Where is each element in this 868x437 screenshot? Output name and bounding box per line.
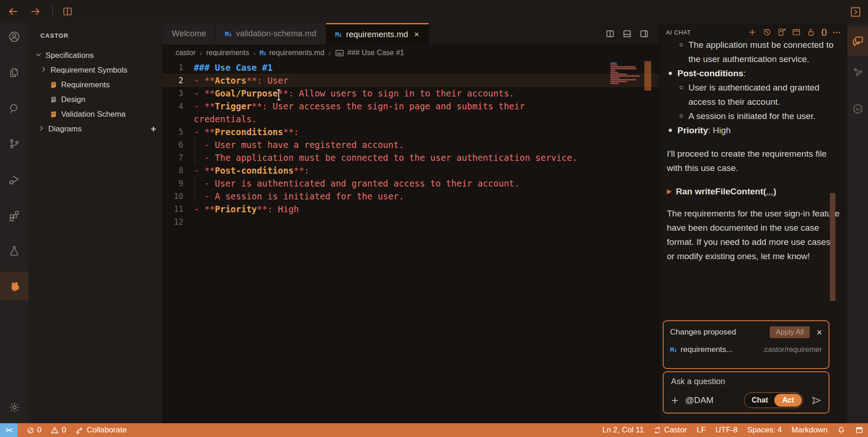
status-collaborate[interactable]: Collaborate [75,426,127,435]
breadcrumb: .castor›requirements›M↓requirements.md›a… [163,45,659,61]
code-line-1[interactable]: 1### Use Case #1 [163,61,659,74]
plus-icon[interactable] [748,28,757,37]
chat-input[interactable] [670,376,824,387]
activity-item-source-control[interactable] [0,132,28,156]
act-mode-label[interactable]: Act [774,394,802,407]
status-utf-8[interactable]: UTF-8 [716,426,738,435]
line-number: 3 [163,87,188,100]
close-changes-icon[interactable]: × [817,327,822,338]
castor-icon [7,279,21,293]
panel-toggle-icon[interactable] [850,6,862,18]
breadcrumb-item[interactable]: abc### Use Case #1 [335,49,404,57]
tab-validation-schema-md[interactable]: M↓validation-schema.md [216,23,326,45]
code-line-12[interactable]: 12 [163,216,659,228]
code-line-10[interactable]: 10 - A session is initiated for the user… [163,190,659,203]
line-number: 4 [163,100,188,113]
add-diagram-button[interactable]: + [151,124,156,135]
layout-panel-icon[interactable] [622,29,632,39]
split-editor-icon[interactable] [605,29,615,39]
tree-item-validation-schema[interactable]: Validation Schema [28,107,162,122]
activity-item-files[interactable] [0,61,28,85]
breadcrumb-item[interactable]: .castor [174,49,196,57]
activity-item-settings[interactable] [0,395,28,419]
mention-dam-button[interactable]: @DAM [685,395,714,405]
changed-file-name[interactable]: requirements... [681,345,733,354]
status-0[interactable]: 0 [27,426,41,435]
status-left: 00Collaborate [17,426,127,435]
status-markdown[interactable]: Markdown [792,426,828,435]
code-line-7[interactable]: 7 - The application must be connected to… [163,151,659,164]
chat-mode-label[interactable]: Chat [745,395,775,406]
tree-item-specifications[interactable]: Specifications [28,48,162,63]
braces-icon[interactable]: {} [821,28,827,37]
extensions-icon [8,210,20,221]
history-icon[interactable] [762,28,772,37]
markdown-icon: M↓ [670,346,677,353]
chat-message: The requirements for the user sign-in fe… [667,206,840,263]
status-ln-2-col-11[interactable]: Ln 2, Col 11 [602,426,643,435]
file-export-icon[interactable] [777,28,786,37]
activity-item-account[interactable] [0,25,28,49]
more-icon[interactable]: ⋯ [833,28,840,37]
chat-list-item: A session is initiated for the user. [667,109,840,123]
status-0[interactable]: 0 [51,426,66,435]
editor-scrollbar[interactable] [644,61,651,91]
code-line-4[interactable]: 4- **Trigger**: User accesses the sign-i… [163,100,659,113]
code-line-wrap[interactable]: credentials. [163,113,659,125]
minimap[interactable] [610,62,643,86]
unlock-icon[interactable] [806,28,816,37]
activity-item-debug[interactable] [0,168,28,192]
forward-arrow-icon[interactable] [29,6,41,17]
code-line-11[interactable]: 11- **Priority**: High [163,203,659,216]
status-spaces-4[interactable]: Spaces: 4 [747,426,782,435]
code-line-5[interactable]: 5- **Preconditions**: [163,125,659,138]
tab-bar: WelcomeM↓validation-schema.mdM↓requireme… [163,23,659,45]
status-layout[interactable] [855,426,863,434]
breadcrumb-item[interactable]: M↓requirements.md [259,49,324,57]
code-line-8[interactable]: 8- **Post-conditions**: [163,164,659,177]
rightbar-item-hex-0x[interactable]: 0x [847,97,868,121]
editor-actions [605,23,659,45]
tab-requirements-md[interactable]: M↓requirements.md× [326,23,429,45]
chat-scrollbar[interactable] [830,193,835,301]
chat-act-toggle[interactable]: Chat Act [744,392,803,408]
expand-triangle-icon[interactable]: ▶ [667,184,672,199]
tree-item-requirement-symbols[interactable]: Requirement Symbols [28,63,162,78]
source-control-icon [8,138,20,150]
remote-indicator[interactable]: >< [0,423,17,437]
tab-welcome[interactable]: Welcome [163,23,216,45]
tree-item-design[interactable]: Design [28,92,162,107]
close-tab-icon[interactable]: × [414,29,419,40]
share-icon [75,426,84,435]
status-bell[interactable] [837,426,845,434]
chat-conversation: The application must be connected to the… [659,41,847,313]
code-line-9[interactable]: 9 - User is authenticated and granted ac… [163,177,659,190]
breadcrumb-item[interactable]: requirements [206,49,249,57]
layout-sidebar-right-icon[interactable] [639,29,649,39]
activity-item-search[interactable] [0,96,28,120]
window-icon[interactable] [792,28,801,37]
status-lf[interactable]: LF [697,426,706,435]
status-castor[interactable]: Castor [654,426,687,435]
code-line-6[interactable]: 6 - User must have a registered account. [163,138,659,151]
send-icon[interactable] [811,395,822,406]
code-line-2[interactable]: 2- **Actors**: User [163,74,659,87]
attach-plus-icon[interactable] [670,396,680,405]
split-editor-icon[interactable] [62,6,73,17]
code-line-3[interactable]: 3- **Goal/Purpose**: Allow users to sign… [163,87,659,100]
rightbar-item-graph[interactable] [847,60,868,84]
layout-icon [855,426,863,434]
tree-item-requirements[interactable]: Requirements [28,78,162,92]
book-icon [49,96,57,104]
tree-item-diagrams[interactable]: Diagrams+ [28,122,162,136]
activity-item-castor[interactable] [0,272,28,300]
apply-all-button[interactable]: Apply All [770,326,810,338]
tool-call-row[interactable]: ▶Ran writeFileContent(...) [667,184,840,199]
code-editor[interactable]: 1### Use Case #12- **Actors**: User3- **… [163,61,659,423]
activity-item-extensions[interactable] [0,204,28,227]
activity-item-beaker[interactable] [0,239,28,263]
ide-window: CASTOR SpecificationsRequirement Symbols… [0,0,868,437]
ai-chat-panel: AI CHAT {}⋯ The application must be conn… [659,23,847,423]
rightbar-item-chat[interactable] [847,27,868,56]
back-arrow-icon[interactable] [7,6,19,17]
